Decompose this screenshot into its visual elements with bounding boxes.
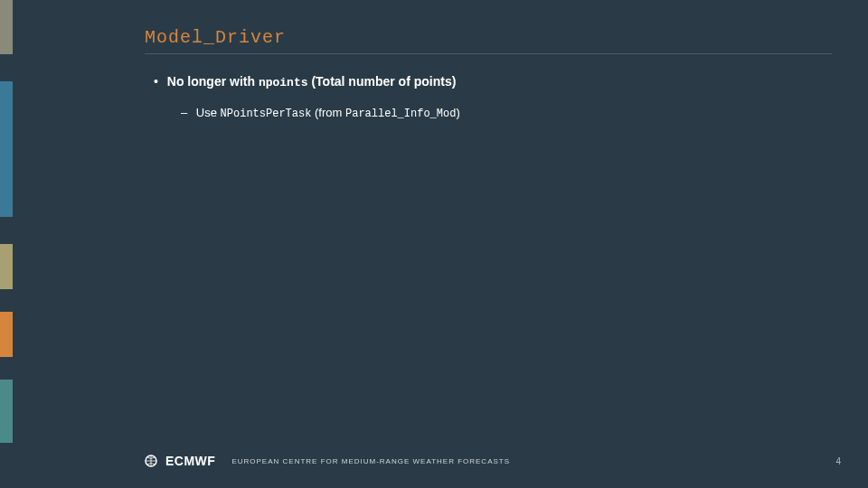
bullet-marker: – bbox=[181, 106, 187, 119]
footer-left: ECMWF EUROPEAN CENTRE FOR MEDIUM-RANGE W… bbox=[145, 454, 510, 468]
slide-footer: ECMWF EUROPEAN CENTRE FOR MEDIUM-RANGE W… bbox=[145, 454, 841, 468]
slide-title: Model_Driver bbox=[145, 27, 832, 54]
bullet-text-prefix: No longer with bbox=[167, 74, 259, 89]
bullet-marker: • bbox=[154, 74, 158, 89]
bullet-code-2: Parallel_Info_Mod bbox=[345, 108, 456, 120]
bullet-level-1: • No longer with npoints (Total number o… bbox=[154, 74, 832, 89]
page-number: 4 bbox=[835, 456, 841, 466]
bullet-text-mid: (from bbox=[311, 106, 345, 119]
bullet-text-suffix: ) bbox=[456, 106, 459, 119]
logo-text: ECMWF bbox=[165, 454, 215, 468]
bullet-code-1: NPointsPerTask bbox=[221, 108, 312, 120]
bullet-level-2: – Use NPointsPerTask (from Parallel_Info… bbox=[181, 106, 832, 120]
sidebar-color-strip bbox=[0, 0, 13, 488]
bullet-text-suffix: (Total number of points) bbox=[308, 74, 457, 89]
ecmwf-logo: ECMWF bbox=[145, 454, 215, 468]
footer-tagline: EUROPEAN CENTRE FOR MEDIUM-RANGE WEATHER… bbox=[231, 457, 510, 465]
slide-content: Model_Driver • No longer with npoints (T… bbox=[145, 27, 832, 120]
globe-icon bbox=[145, 455, 161, 467]
bullet-text-prefix: Use bbox=[196, 106, 221, 119]
bullet-code: npoints bbox=[259, 76, 308, 89]
